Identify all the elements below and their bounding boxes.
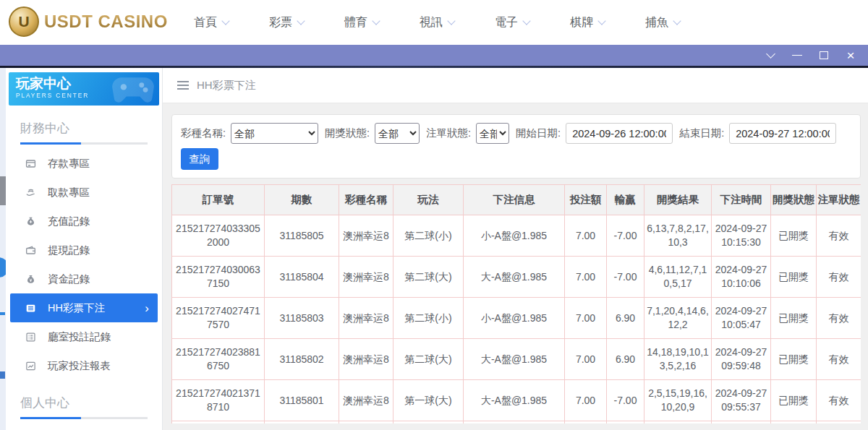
- chevron-down-icon: [297, 17, 305, 25]
- cell-bet-time: 2024-09-27 10:15:30: [712, 215, 771, 257]
- cell-order-no: 2152172740300637150: [172, 257, 265, 298]
- cell-draw-result: 14,18,19,10,13,5,2,16: [644, 339, 712, 380]
- sidebar-item-announcements[interactable]: 消息公告: [6, 423, 162, 430]
- room-record-icon: [25, 332, 36, 343]
- deposit-card-icon: [25, 158, 36, 169]
- chevron-down-icon: [597, 17, 605, 25]
- background-page-fragment: [0, 68, 6, 430]
- cell-bet-info: 小-A盤@1.985: [464, 215, 565, 257]
- cell-bet-amount: 7.00: [565, 298, 607, 339]
- cell-draw-status: 已開獎: [771, 257, 817, 298]
- breadcrumb: HH彩票下注: [163, 68, 868, 103]
- cell-order-status: 有效: [817, 339, 861, 380]
- nav-item-1[interactable]: 彩票: [269, 15, 304, 30]
- chevron-down-icon: [447, 17, 455, 25]
- cell-draw-result: 7,1,20,4,14,6,12,2: [644, 298, 712, 339]
- cell-draw-status: 已開獎: [771, 339, 817, 380]
- cell-order-no: 2152172740274717570: [172, 298, 265, 339]
- cell-bet-info: 大-A盤@1.985: [464, 339, 565, 380]
- content-area: 彩種名稱: 全部 開獎狀態: 全部 注單狀態: 全部 開始日期: 結束日期: 查…: [163, 104, 868, 430]
- start-date-input[interactable]: [566, 123, 673, 144]
- end-date-label: 結束日期:: [679, 126, 724, 140]
- sidebar-item-hh-lottery-bets[interactable]: HH彩票下注›: [10, 293, 158, 322]
- chevron-down-icon: [673, 17, 681, 25]
- logo-coin-icon: U: [9, 7, 39, 37]
- sidebar-section-title: 財務中心: [20, 120, 162, 137]
- order-status-select[interactable]: 全部: [476, 123, 509, 144]
- sidebar-item-label: 充值記錄: [48, 215, 90, 228]
- cell-lottery-name: 澳洲幸运8: [339, 380, 393, 421]
- nav-item-label: 捕魚: [645, 15, 668, 30]
- cell-bet-amount: 7.00: [565, 380, 607, 421]
- order-status-label: 注單狀態:: [426, 126, 471, 140]
- end-date-input[interactable]: [729, 123, 836, 144]
- cell-win-loss: 6.90: [607, 339, 644, 380]
- cell-draw-result: 6,13,7,8,2,17,10,3: [644, 215, 712, 257]
- nav-item-0[interactable]: 首頁: [194, 15, 229, 30]
- cell-lottery-name: 澳洲幸运8: [339, 257, 393, 298]
- cell-draw-status: 已開獎: [771, 298, 817, 339]
- col-header-play-type: 玩法: [393, 185, 464, 215]
- cell-bet-time: 2024-09-27 10:05:47: [712, 298, 771, 339]
- col-header-draw-result: 開獎結果: [644, 185, 712, 215]
- cell-order-no: 2152172740333052000: [172, 215, 265, 257]
- sidebar-item-player-bet-report[interactable]: 玩家投注報表: [6, 351, 162, 380]
- cell-play-type: 第二球(大): [393, 257, 464, 298]
- main-panel: HH彩票下注 彩種名稱: 全部 開獎狀態: 全部 注單狀態: 全部 開始日期: …: [163, 68, 868, 430]
- nav-item-2[interactable]: 體育: [344, 15, 379, 30]
- cell-win-loss: 6.90: [607, 298, 644, 339]
- col-header-win-loss: 輸贏: [607, 185, 644, 215]
- cell-period: 31185801: [265, 380, 339, 421]
- sidebar-item-deposit[interactable]: 存款專區: [6, 149, 162, 178]
- maximize-icon[interactable]: [818, 50, 830, 61]
- sidebar-item-recharge-record[interactable]: 充值記錄: [6, 207, 162, 236]
- col-header-draw-status: 開獎狀態: [771, 185, 817, 215]
- draw-status-select[interactable]: 全部: [375, 123, 420, 144]
- top-site-nav: U USDT CASINO 首頁彩票體育視訊電子棋牌捕魚: [0, 0, 868, 45]
- chevron-down-icon: [372, 17, 380, 25]
- sidebar-item-room-bet-record[interactable]: 廳室投註記錄: [6, 322, 162, 351]
- nav-item-5[interactable]: 棋牌: [570, 15, 605, 30]
- draw-status-label: 開獎狀態:: [325, 126, 370, 140]
- cell-draw-result: 2,5,15,19,16,10,20,9: [644, 380, 712, 421]
- cell-order-no: 2152172740213718710: [172, 380, 265, 421]
- hamburger-icon[interactable]: [177, 81, 189, 90]
- minimize-icon[interactable]: [791, 50, 803, 61]
- sidebar-item-withdraw[interactable]: 取款專區: [6, 178, 162, 207]
- cell-bet-amount: 7.00: [565, 339, 607, 380]
- chevron-down-icon: [221, 17, 229, 25]
- lottery-name-select[interactable]: 全部: [231, 123, 318, 144]
- sidebar-item-funds-record[interactable]: 資金記錄: [6, 265, 162, 293]
- chevron-down-icon: [522, 17, 530, 25]
- nav-item-4[interactable]: 電子: [495, 15, 529, 30]
- nav-item-3[interactable]: 視訊: [420, 15, 454, 30]
- cell-win-loss: -7.00: [607, 215, 644, 257]
- nav-item-label: 電子: [495, 15, 518, 30]
- cell-bet-time: 2024-09-27 09:55:37: [712, 380, 771, 421]
- nav-item-6[interactable]: 捕魚: [645, 15, 680, 30]
- search-button[interactable]: 查詢: [181, 148, 218, 170]
- section-divider: [20, 142, 148, 145]
- sidebar-item-withdraw-record[interactable]: 提現記錄: [6, 236, 162, 265]
- cell-lottery-name: 澳洲幸运8: [339, 298, 393, 339]
- col-header-lottery-name: 彩種名稱: [339, 185, 393, 215]
- cell-win-loss: -7.00: [607, 380, 644, 421]
- collapse-chevron-icon[interactable]: [765, 50, 776, 61]
- nav-item-label: 首頁: [194, 15, 217, 30]
- cell-period: 31185804: [265, 257, 339, 298]
- wallet-icon: [25, 245, 36, 256]
- col-header-period: 期數: [265, 185, 339, 215]
- bet-records-table: 訂單號期數彩種名稱玩法下注信息投注額輸贏開獎結果下注時間開獎狀態注單狀態 215…: [171, 184, 861, 423]
- sidebar-item-label: 資金記錄: [48, 272, 90, 286]
- sidebar-item-label: 廳室投註記錄: [48, 330, 111, 344]
- site-logo[interactable]: U USDT CASINO: [9, 7, 168, 37]
- col-header-bet-info: 下注信息: [464, 185, 565, 215]
- chevron-right-icon: ›: [145, 302, 149, 314]
- lottery-name-label: 彩種名稱:: [181, 126, 226, 140]
- cell-bet-amount: 7.00: [565, 257, 607, 298]
- close-icon[interactable]: ×: [845, 50, 856, 61]
- table-row: 215217274033305200031185805澳洲幸运8第二球(小)小-…: [172, 215, 861, 257]
- cell-lottery-name: 澳洲幸运8: [339, 215, 393, 257]
- cell-bet-info: 大-A盤@1.985: [464, 257, 565, 298]
- table-row: 215217274027471757031185803澳洲幸运8第二球(小)小-…: [172, 298, 861, 339]
